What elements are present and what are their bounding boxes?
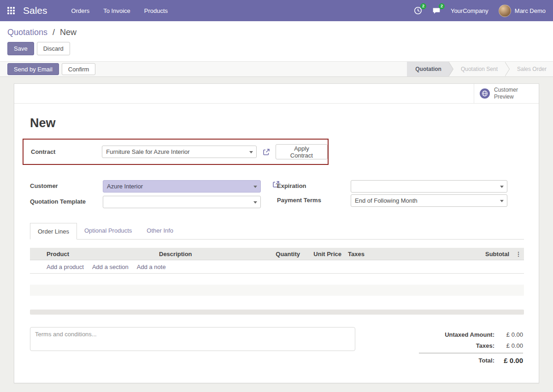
- list-add-row: Add a product Add a section Add a note: [30, 260, 524, 274]
- total-value: £ 0.00: [494, 357, 523, 364]
- taxes-row: Taxes: £ 0.00: [419, 340, 523, 351]
- col-description[interactable]: Description: [145, 251, 260, 257]
- app-menu: Orders To Invoice Products: [71, 7, 168, 14]
- statusbar-actions: Send by Email Confirm: [7, 63, 95, 75]
- status-step-quotation[interactable]: Quotation: [407, 62, 449, 76]
- status-step-sales-order[interactable]: Sales Order: [505, 62, 553, 76]
- chevron-down-icon: [253, 186, 257, 188]
- chevron-down-icon: [249, 151, 253, 153]
- terms-and-conditions-field[interactable]: Terms and conditions...: [30, 327, 355, 351]
- breadcrumb-quotations[interactable]: Quotations: [7, 28, 47, 37]
- customer-label: Customer: [30, 182, 58, 189]
- send-by-email-button[interactable]: Send by Email: [7, 63, 59, 75]
- company-switcher[interactable]: YourCompany: [451, 7, 488, 14]
- horizontal-scrollbar[interactable]: [30, 310, 524, 315]
- expiration-select[interactable]: [351, 180, 507, 193]
- top-navbar: Sales Orders To Invoice Products 2 2 You…: [0, 0, 553, 21]
- control-panel-buttons: Save Discard: [7, 42, 546, 55]
- untaxed-amount-label: Untaxed Amount:: [419, 331, 494, 338]
- expiration-label: Expiration: [277, 182, 306, 189]
- status-step-quotation-sent[interactable]: Quotation Sent: [449, 62, 505, 76]
- user-name: Marc Demo: [515, 7, 546, 14]
- quotation-template-select[interactable]: [103, 196, 261, 208]
- payment-terms-value: End of Following Month: [355, 197, 418, 204]
- breadcrumb-separator: /: [53, 28, 55, 37]
- untaxed-amount-value: £ 0.00: [494, 331, 523, 338]
- totals-block: Untaxed Amount: £ 0.00 Taxes: £ 0.00 Tot…: [419, 329, 523, 366]
- control-panel: Quotations / New Save Discard: [0, 21, 553, 61]
- add-a-section-link[interactable]: Add a section: [92, 263, 129, 270]
- user-menu[interactable]: Marc Demo: [499, 5, 546, 17]
- apps-menu-icon[interactable]: [5, 4, 18, 17]
- customer-select[interactable]: Azure Interior: [103, 180, 261, 193]
- messages-icon[interactable]: 2: [432, 6, 441, 15]
- taxes-label: Taxes:: [419, 342, 494, 349]
- apply-contract-button[interactable]: Apply Contract: [276, 144, 328, 159]
- total-row: Total: £ 0.00: [419, 353, 523, 366]
- customer-preview-button[interactable]: Customer Preview: [474, 84, 539, 104]
- form-view-background: Customer Preview New Contract Furniture …: [0, 77, 553, 392]
- save-button[interactable]: Save: [7, 42, 34, 55]
- customer-preview-label: Customer Preview: [494, 87, 527, 100]
- notebook-tabs: Order Lines Optional Products Other Info: [30, 222, 524, 240]
- confirm-button[interactable]: Confirm: [62, 63, 96, 75]
- sales-quotation-page: Sales Orders To Invoice Products 2 2 You…: [0, 0, 553, 392]
- chevron-down-icon: [500, 200, 504, 202]
- add-a-product-link[interactable]: Add a product: [47, 263, 84, 270]
- col-subtotal[interactable]: Subtotal: [459, 251, 513, 257]
- external-link-icon[interactable]: [263, 148, 270, 156]
- empty-row: [30, 285, 524, 296]
- column-options-icon[interactable]: ⋮: [516, 251, 522, 257]
- order-lines-header-row: Product Description Quantity Unit Price …: [30, 248, 524, 260]
- app-name[interactable]: Sales: [23, 5, 47, 16]
- total-label: Total:: [419, 357, 494, 364]
- avatar: [499, 5, 511, 17]
- activities-icon[interactable]: 2: [414, 6, 422, 15]
- contract-value: Furniture Sale for Azure Interior: [106, 148, 189, 155]
- col-taxes[interactable]: Taxes: [344, 251, 459, 257]
- systray: 2 2 YourCompany Marc Demo: [414, 5, 546, 17]
- col-unit-price[interactable]: Unit Price: [303, 251, 344, 257]
- chevron-down-icon: [500, 186, 504, 188]
- contract-select[interactable]: Furniture Sale for Azure Interior: [102, 146, 257, 158]
- quotation-form-sheet: Customer Preview New Contract Furniture …: [14, 83, 539, 383]
- nav-to-invoice[interactable]: To Invoice: [103, 7, 130, 14]
- tab-optional-products[interactable]: Optional Products: [77, 222, 139, 239]
- taxes-value: £ 0.00: [494, 342, 523, 349]
- form-statusbar: Send by Email Confirm Quotation Quotatio…: [0, 61, 553, 77]
- breadcrumb-current: New: [60, 28, 76, 37]
- col-product[interactable]: Product: [44, 251, 145, 257]
- contract-highlight: Contract Furniture Sale for Azure Interi…: [23, 139, 329, 165]
- nav-orders[interactable]: Orders: [71, 7, 90, 14]
- record-title[interactable]: New: [30, 116, 56, 130]
- add-a-note-link[interactable]: Add a note: [137, 263, 166, 270]
- chevron-down-icon: [253, 201, 257, 204]
- untaxed-amount-row: Untaxed Amount: £ 0.00: [419, 329, 523, 340]
- tab-order-lines[interactable]: Order Lines: [30, 223, 77, 240]
- sheet-button-box: [14, 84, 539, 104]
- grid-icon: [7, 7, 15, 14]
- status-steps: Quotation Quotation Sent Sales Order: [407, 62, 553, 76]
- payment-terms-label: Payment Terms: [277, 197, 321, 204]
- activities-badge: 2: [420, 3, 426, 9]
- quotation-template-label: Quotation Template: [30, 198, 86, 205]
- tab-other-info[interactable]: Other Info: [139, 222, 181, 239]
- customer-value: Azure Interior: [107, 183, 143, 190]
- payment-terms-select[interactable]: End of Following Month: [351, 194, 507, 207]
- messages-badge: 2: [439, 3, 445, 9]
- col-quantity[interactable]: Quantity: [260, 251, 303, 257]
- nav-products[interactable]: Products: [144, 7, 168, 14]
- contract-label: Contract: [31, 148, 102, 155]
- breadcrumb: Quotations / New: [7, 27, 546, 38]
- discard-button[interactable]: Discard: [37, 42, 70, 55]
- globe-icon: [480, 88, 490, 99]
